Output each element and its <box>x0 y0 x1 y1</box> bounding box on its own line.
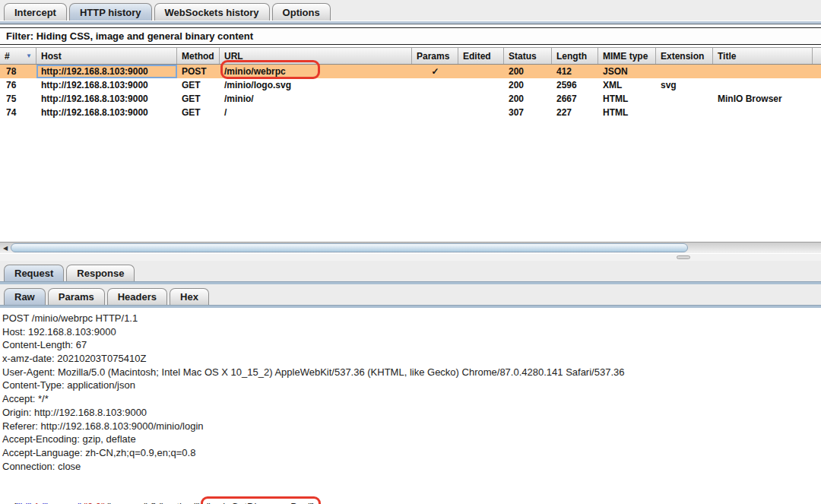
history-table-body: 78 http://192.168.8.103:9000 POST /minio… <box>0 65 821 119</box>
column-header-params[interactable]: Params <box>412 48 458 64</box>
cell-mime-type: HTML <box>598 106 656 119</box>
cell-status: 200 <box>504 65 552 78</box>
cell-length: 2596 <box>552 78 598 92</box>
request-body-line: {"id":1,"jsonrpc":"2.0","params":{},"met… <box>2 487 821 500</box>
split-divider[interactable] <box>0 253 821 261</box>
cell-extension <box>656 65 713 78</box>
table-row[interactable]: 78 http://192.168.8.103:9000 POST /minio… <box>0 65 821 78</box>
request-line: POST /minio/webrpc HTTP/1.1 <box>2 312 821 325</box>
cell-host: http://192.168.8.103:9000 <box>36 106 177 119</box>
table-row[interactable]: 74 http://192.168.8.103:9000 GET / 307 2… <box>0 106 821 119</box>
red-annotation-box-method: "web.GetDiscoveryDoc"} <box>201 496 321 504</box>
tab-intercept[interactable]: Intercept <box>4 3 67 21</box>
request-line: Connection: close <box>2 460 821 474</box>
cell-num: 75 <box>0 92 36 106</box>
request-line: Origin: http://192.168.8.103:9000 <box>2 406 821 420</box>
json-token: ,"params":{},"method": <box>105 501 202 504</box>
column-header-extension[interactable]: Extension <box>656 48 713 64</box>
cell-extension <box>656 106 713 119</box>
cell-url: /minio/webrpc <box>220 65 412 78</box>
request-line: Host: 192.168.8.103:9000 <box>2 325 821 339</box>
view-tab-bar: Raw Params Headers Hex <box>0 284 821 305</box>
tab-params[interactable]: Params <box>48 288 105 305</box>
cell-filler <box>813 106 821 119</box>
request-line: Accept-Encoding: gzip, deflate <box>2 433 821 446</box>
cell-url: / <box>220 106 412 119</box>
cell-filler <box>813 78 821 92</box>
tab-http-history[interactable]: HTTP history <box>69 3 152 21</box>
json-token: "web.GetDiscoveryDoc"} <box>207 501 315 504</box>
cell-url: /minio/ <box>220 92 412 106</box>
cell-edited <box>458 92 504 106</box>
column-header-num[interactable]: # ▼ <box>0 48 36 64</box>
request-line: Referer: http://192.168.8.103:9000/minio… <box>2 420 821 433</box>
cell-status: 200 <box>504 92 552 106</box>
json-key-token: "id" <box>17 501 31 504</box>
tab-options[interactable]: Options <box>272 3 331 21</box>
column-header-title[interactable]: Title <box>713 48 813 64</box>
tab-headers[interactable]: Headers <box>107 288 167 305</box>
table-row[interactable]: 75 http://192.168.8.103:9000 GET /minio/… <box>0 92 821 106</box>
json-value-token: 1 <box>34 501 40 504</box>
cell-edited <box>458 106 504 119</box>
request-line: Content-Type: application/json <box>2 379 821 392</box>
request-line: Content-Length: 67 <box>2 338 821 352</box>
cell-length: 412 <box>552 65 598 78</box>
json-key-token: "jsonrpc" <box>43 501 81 504</box>
tab-hex[interactable]: Hex <box>170 288 209 305</box>
filter-bar[interactable]: Filter: Hiding CSS, image and general bi… <box>0 27 821 45</box>
cell-edited <box>458 65 504 78</box>
scroll-left-arrow-icon[interactable]: ◀ <box>0 242 11 253</box>
tab-raw[interactable]: Raw <box>4 288 46 305</box>
tab-request[interactable]: Request <box>4 265 64 281</box>
request-line: User-Agent: Mozilla/5.0 (Macintosh; Inte… <box>2 366 821 379</box>
cell-filler <box>813 92 821 106</box>
column-header-length[interactable]: Length <box>552 48 598 64</box>
table-empty-area <box>0 119 821 242</box>
request-line: Accept: */* <box>2 392 821 406</box>
column-header-mime-type[interactable]: MIME type <box>598 48 656 64</box>
tab-bar-divider <box>0 21 821 25</box>
cell-num: 78 <box>0 65 36 78</box>
tab-websockets-history[interactable]: WebSockets history <box>154 3 270 21</box>
scrollbar-thumb[interactable] <box>11 243 688 252</box>
cell-extension <box>656 92 713 106</box>
divider-grip-handle[interactable] <box>677 255 690 259</box>
column-header-edited[interactable]: Edited <box>458 48 504 64</box>
cell-mime-type: JSON <box>598 65 656 78</box>
cell-host: http://192.168.8.103:9000 <box>36 78 177 92</box>
cell-method: GET <box>177 78 220 92</box>
history-table-header: # ▼ Host Method URL Params Edited Status… <box>0 47 821 65</box>
cell-params-check: ✓ <box>412 65 458 78</box>
cell-host: http://192.168.8.103:9000 <box>36 65 177 78</box>
cell-filler <box>813 65 821 78</box>
column-header-url[interactable]: URL <box>220 48 412 64</box>
sort-descending-icon: ▼ <box>26 52 32 59</box>
cell-url: /minio/logo.svg <box>220 78 412 92</box>
request-blank-line <box>2 473 821 487</box>
cell-params-check <box>412 106 458 119</box>
column-header-host[interactable]: Host <box>36 48 177 64</box>
cell-mime-type: XML <box>598 78 656 92</box>
column-header-method[interactable]: Method <box>177 48 220 64</box>
cell-title <box>713 78 813 92</box>
tab-response[interactable]: Response <box>66 265 135 281</box>
horizontal-scrollbar[interactable]: ◀ <box>0 242 821 253</box>
tool-tab-bar: Intercept HTTP history WebSockets histor… <box>0 0 821 21</box>
table-row[interactable]: 76 http://192.168.8.103:9000 GET /minio/… <box>0 78 821 92</box>
column-header-num-label: # <box>5 51 10 62</box>
cell-params-check <box>412 78 458 92</box>
column-header-filler <box>813 48 821 64</box>
cell-num: 74 <box>0 106 36 119</box>
cell-title <box>713 65 813 78</box>
column-header-status[interactable]: Status <box>504 48 552 64</box>
cell-params-check <box>412 92 458 106</box>
cell-length: 2667 <box>552 92 598 106</box>
cell-status: 200 <box>504 78 552 92</box>
cell-length: 227 <box>552 106 598 119</box>
raw-request-viewer[interactable]: POST /minio/webrpc HTTP/1.1 Host: 192.16… <box>0 308 821 500</box>
cell-num: 76 <box>0 78 36 92</box>
cell-status: 307 <box>504 106 552 119</box>
cell-host: http://192.168.8.103:9000 <box>36 92 177 106</box>
cell-title: MinIO Browser <box>713 92 813 106</box>
